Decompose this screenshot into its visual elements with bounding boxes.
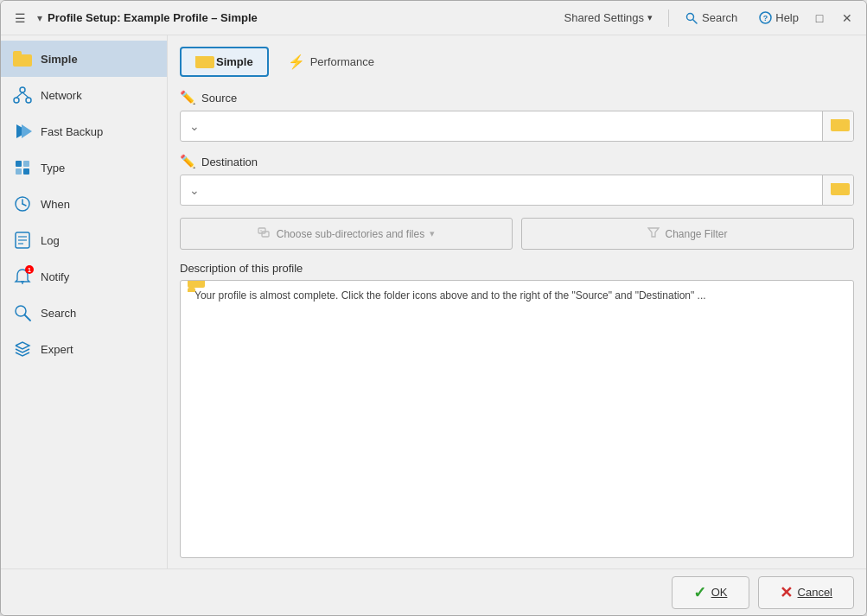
main-window: ☰ ▾ Profile Setup: Example Profile – Sim… (0, 0, 867, 616)
svg-rect-13 (16, 168, 22, 175)
titlebar-right: □ ✕ (807, 6, 859, 30)
destination-dropdown-main[interactable]: ⌄ (181, 175, 822, 205)
source-label: Source (201, 92, 237, 105)
search-header-icon (685, 11, 698, 25)
shared-settings-label: Shared Settings (564, 11, 645, 24)
choose-subdirs-icon (258, 225, 271, 242)
svg-line-17 (22, 204, 26, 206)
search-sidebar-icon (13, 303, 32, 322)
sidebar-item-notify[interactable]: 1 Notify (1, 258, 167, 295)
destination-label: Destination (201, 156, 258, 168)
svg-line-1 (693, 19, 698, 23)
shared-settings-button[interactable]: Shared Settings ▾ (556, 8, 662, 28)
sidebar-item-expert[interactable]: Expert (1, 331, 167, 367)
ok-check-icon: ✓ (693, 583, 706, 602)
notify-icon: 1 (13, 267, 32, 286)
tab-simple[interactable]: Simple (180, 47, 269, 77)
help-icon: ? (758, 11, 772, 25)
cancel-button[interactable]: ✕ Cancel (758, 576, 854, 609)
choose-subdirs-button[interactable]: Choose sub-directories and files ▾ (180, 218, 513, 250)
expert-icon (13, 340, 32, 359)
menu-button[interactable]: ☰ (8, 6, 32, 30)
sidebar-label-notify: Notify (41, 270, 69, 283)
search-header-label: Search (702, 11, 737, 24)
tab-performance-label: Performance (310, 55, 374, 68)
content-area: Simple ⚡ Performance ✏️ Source ⌄ (168, 35, 866, 568)
svg-line-25 (25, 315, 31, 321)
source-dropdown-main[interactable]: ⌄ (181, 111, 822, 141)
titlebar: ☰ ▾ Profile Setup: Example Profile – Sim… (1, 1, 866, 35)
choose-subdirs-dropdown-arrow: ▾ (430, 228, 435, 239)
svg-line-8 (22, 92, 29, 98)
fast-backup-icon (13, 122, 32, 141)
tab-simple-label: Simple (216, 55, 253, 68)
network-icon (13, 86, 32, 105)
search-header-button[interactable]: Search (676, 8, 746, 29)
titlebar-center: Shared Settings ▾ Search ? (556, 8, 807, 29)
sidebar-label-type: Type (41, 162, 65, 175)
svg-rect-14 (23, 168, 29, 175)
when-icon (13, 194, 32, 213)
sidebar-label-simple: Simple (41, 53, 78, 66)
sidebar-item-search[interactable]: Search (1, 295, 167, 331)
svg-rect-12 (23, 161, 29, 167)
titlebar-arrow: ▾ (37, 12, 42, 24)
sidebar-item-type[interactable]: Type (1, 149, 167, 186)
window-title: Profile Setup: Example Profile – Simple (48, 11, 258, 24)
description-box: Your profile is almost complete. Click t… (180, 280, 854, 558)
source-dropdown[interactable]: ⌄ (180, 111, 854, 142)
notify-badge: 1 (25, 265, 34, 274)
ok-button[interactable]: ✓ OK (672, 576, 749, 609)
destination-label-row: ✏️ Destination (180, 154, 854, 169)
sidebar-label-fast-backup: Fast Backup (41, 125, 103, 138)
tab-simple-icon (195, 54, 211, 69)
help-label: Help (775, 11, 799, 24)
destination-pencil-icon: ✏️ (180, 154, 196, 169)
svg-point-4 (20, 87, 25, 92)
tabs-row: Simple ⚡ Performance (180, 46, 854, 78)
svg-rect-11 (16, 161, 22, 167)
separator (668, 10, 669, 27)
description-text: Your profile is almost complete. Click t… (194, 288, 706, 303)
sidebar: Simple Network (1, 35, 168, 568)
change-filter-button[interactable]: Change Filter (521, 218, 854, 250)
help-button[interactable]: ? Help (749, 8, 807, 29)
titlebar-left: ☰ ▾ Profile Setup: Example Profile – Sim… (8, 6, 556, 30)
source-dropdown-arrow: ⌄ (189, 119, 200, 133)
source-label-row: ✏️ Source (180, 90, 854, 105)
description-label: Description of this profile (180, 262, 854, 275)
footer: ✓ OK ✕ Cancel (1, 568, 866, 615)
choose-subdirs-label: Choose sub-directories and files (277, 228, 424, 240)
action-row: Choose sub-directories and files ▾ Chang… (180, 218, 854, 250)
destination-folder-button[interactable] (822, 175, 853, 205)
sidebar-label-search: Search (41, 307, 76, 320)
ok-label: OK (711, 586, 728, 599)
main-layout: Simple Network (1, 35, 866, 568)
sidebar-label-network: Network (41, 89, 82, 102)
source-folder-button[interactable] (822, 111, 853, 141)
sidebar-item-network[interactable]: Network (1, 77, 167, 113)
sidebar-item-log[interactable]: Log (1, 222, 167, 258)
source-folder-icon (831, 119, 846, 134)
type-icon (13, 158, 32, 177)
sidebar-item-fast-backup[interactable]: Fast Backup (1, 113, 167, 149)
destination-dropdown[interactable]: ⌄ (180, 175, 854, 206)
minimize-button[interactable]: □ (807, 6, 832, 30)
tab-performance[interactable]: ⚡ Performance (272, 46, 390, 78)
svg-text:?: ? (763, 14, 768, 22)
destination-folder-icon (831, 183, 846, 198)
close-button[interactable]: ✕ (835, 6, 859, 30)
svg-point-6 (26, 98, 31, 103)
cancel-x-icon: ✕ (780, 583, 793, 602)
change-filter-icon (647, 226, 660, 241)
sidebar-item-when[interactable]: When (1, 186, 167, 222)
sidebar-label-expert: Expert (41, 343, 73, 356)
source-pencil-icon: ✏️ (180, 90, 196, 105)
svg-point-5 (14, 98, 19, 103)
svg-marker-29 (648, 228, 659, 237)
sidebar-label-when: When (41, 198, 70, 211)
tab-performance-icon: ⚡ (288, 54, 305, 70)
sidebar-item-simple[interactable]: Simple (1, 41, 167, 77)
shared-settings-arrow: ▾ (647, 12, 653, 23)
sidebar-label-log: Log (41, 234, 60, 247)
